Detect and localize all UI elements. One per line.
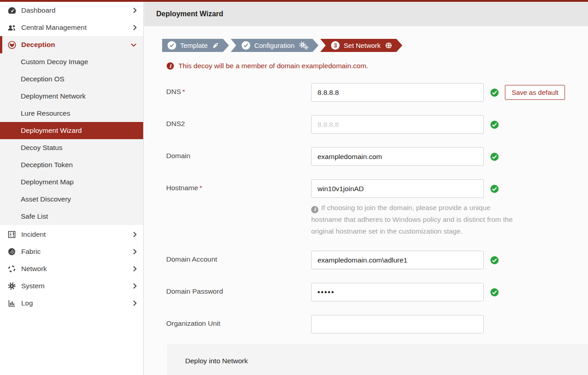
form-row-dns: DNS* Save as default (160, 83, 588, 102)
step-label: Template (180, 42, 208, 49)
gear-icon (6, 282, 17, 290)
required-asterisk: * (200, 184, 202, 192)
valid-check-icon (490, 184, 499, 193)
top-accent-strip (0, 0, 588, 2)
chevron-right-icon (133, 7, 137, 14)
rocket-icon (212, 42, 219, 49)
form-row-domain-account: Domain Account (160, 251, 588, 269)
form-row-hostname: Hostname* iIf choosing to join the domai… (160, 179, 588, 237)
bar-chart-icon (6, 299, 17, 307)
field-label: Hostname (166, 184, 198, 192)
sidebar-item-lure-resources[interactable]: Lure Resources (0, 105, 143, 122)
chevron-right-icon (133, 248, 137, 255)
decoy-icon (6, 41, 17, 49)
section-title: Deploy into Network (185, 357, 248, 365)
banner-text: This decoy will be a member of domain ex… (178, 62, 368, 70)
sidebar: Dashboard Central Management Deception C… (0, 2, 144, 375)
form-row-domain-password: Domain Password (160, 283, 588, 301)
page-title: Deployment Wizard (156, 10, 223, 18)
sidebar-item-label: Network (21, 265, 133, 273)
hostname-note: iIf choosing to join the domain, please … (311, 202, 513, 237)
content-area: Template Configuration 3 Set Network (144, 26, 588, 375)
valid-check-icon (490, 120, 499, 129)
field-label: Domain Password (166, 287, 223, 295)
step-set-network[interactable]: 3 Set Network (320, 39, 402, 52)
sidebar-item-incident[interactable]: Incident (0, 226, 143, 243)
valid-check-icon (490, 288, 499, 297)
field-label: Domain Account (166, 255, 217, 263)
sidebar-item-central-management[interactable]: Central Management (0, 19, 143, 36)
domain-info-banner: i This decoy will be a member of domain … (167, 62, 588, 70)
sidebar-item-deployment-network[interactable]: Deployment Network (0, 88, 143, 105)
sidebar-item-log[interactable]: Log (0, 295, 143, 312)
dns-input[interactable] (311, 83, 484, 102)
sidebar-deception-group: Deception Custom Decoy Image Deception O… (0, 36, 143, 225)
hostname-input[interactable] (311, 179, 484, 198)
sidebar-item-deception[interactable]: Deception (0, 36, 143, 53)
sidebar-item-custom-decoy-image[interactable]: Custom Decoy Image (0, 53, 143, 70)
network-icon (6, 265, 17, 273)
sidebar-item-network[interactable]: Network (0, 260, 143, 277)
domain-account-input[interactable] (311, 251, 484, 269)
fabric-icon (6, 248, 17, 256)
chevron-right-icon (133, 24, 137, 31)
domain-input[interactable] (311, 147, 484, 166)
info-icon: i (167, 62, 174, 70)
valid-check-icon (490, 152, 499, 161)
sidebar-item-label: Log (21, 299, 133, 307)
sidebar-item-deception-os[interactable]: Deception OS (0, 70, 143, 88)
wizard-steps: Template Configuration 3 Set Network (162, 39, 588, 52)
deploy-into-network-section: Deploy into Network (167, 344, 588, 375)
sidebar-item-label: Fabric (21, 248, 133, 256)
sidebar-item-label: System (21, 282, 133, 290)
info-icon: i (311, 206, 318, 213)
sidebar-item-deception-token[interactable]: Deception Token (0, 156, 143, 173)
sidebar-item-asset-discovery[interactable]: Asset Discovery (0, 191, 143, 208)
save-as-default-button[interactable]: Save as default (505, 85, 565, 100)
check-circle-icon (168, 41, 176, 50)
step-label: Configuration (254, 42, 294, 49)
step-template[interactable]: Template (162, 39, 229, 52)
chevron-right-icon (133, 231, 137, 238)
field-label: Organization Unit (166, 319, 220, 327)
sidebar-item-label: Deception (21, 41, 131, 49)
valid-check-icon (490, 88, 499, 97)
valid-check-icon (490, 256, 499, 265)
organization-unit-input[interactable] (311, 315, 484, 333)
step-number-badge: 3 (331, 41, 340, 50)
form-row-domain: Domain (160, 147, 588, 166)
gears-icon (299, 42, 308, 50)
sidebar-item-dashboard[interactable]: Dashboard (0, 2, 143, 19)
dns2-input[interactable] (311, 115, 484, 134)
gauge-icon (6, 7, 17, 14)
form-row-organization-unit: Organization Unit (160, 315, 588, 333)
incident-icon (6, 230, 17, 239)
chevron-right-icon (133, 283, 137, 289)
sidebar-item-label: Dashboard (21, 6, 133, 14)
required-asterisk: * (182, 88, 185, 95)
page-header: Deployment Wizard (144, 2, 588, 26)
sidebar-item-deployment-wizard[interactable]: Deployment Wizard (0, 122, 143, 139)
field-label: DNS (166, 88, 181, 95)
chevron-right-icon (133, 266, 137, 272)
globe-icon (385, 42, 392, 49)
domain-password-input[interactable] (311, 283, 484, 301)
step-configuration[interactable]: Configuration (231, 39, 318, 52)
chevron-down-icon (131, 43, 137, 47)
network-form: DNS* Save as default DNS2 Doma (160, 83, 588, 333)
sidebar-item-label: Central Management (21, 23, 133, 32)
sidebar-item-decoy-status[interactable]: Decoy Status (0, 139, 143, 156)
sidebar-item-deployment-map[interactable]: Deployment Map (0, 173, 143, 191)
step-label: Set Network (344, 42, 381, 49)
chevron-right-icon (133, 300, 137, 306)
users-icon (6, 24, 17, 32)
sidebar-item-label: Incident (21, 230, 133, 239)
form-row-dns2: DNS2 (160, 115, 588, 134)
sidebar-item-system[interactable]: System (0, 277, 143, 295)
check-circle-icon (242, 41, 250, 50)
main-panel: Deployment Wizard Template Configuration (144, 2, 588, 375)
field-label: Domain (166, 152, 190, 159)
sidebar-item-fabric[interactable]: Fabric (0, 243, 143, 260)
field-label: DNS2 (166, 120, 185, 127)
sidebar-item-safe-list[interactable]: Safe List (0, 208, 143, 225)
